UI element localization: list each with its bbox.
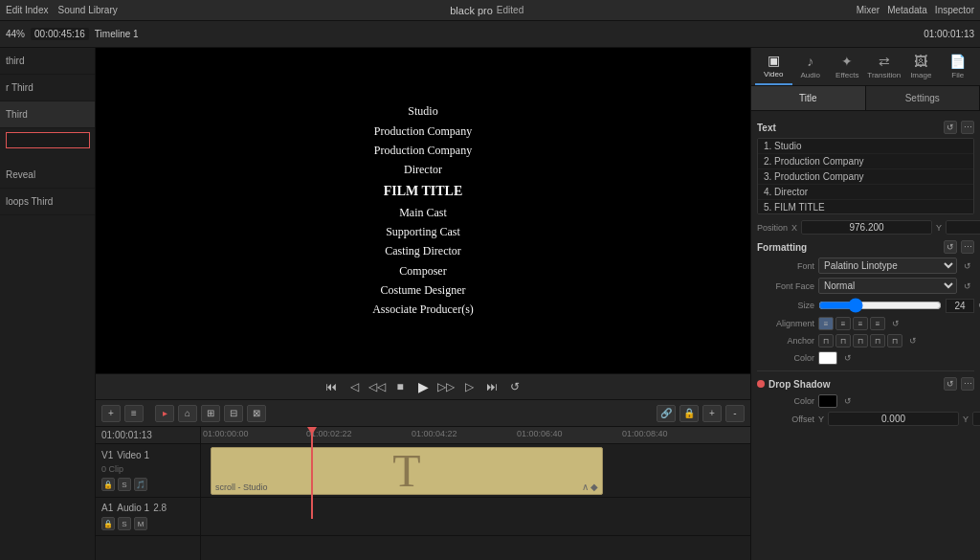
text-item-2[interactable]: 3. Production Company [758,169,973,185]
anchor-ml-icon[interactable]: ⊓ [870,334,885,347]
ds-x-input[interactable] [828,412,959,426]
color-swatch[interactable] [818,351,837,365]
go-to-end-btn[interactable]: ⏭ [483,378,501,395]
blade-tool-btn[interactable]: ⌂ [178,405,197,422]
text-item-1[interactable]: 2. Production Company [758,154,973,169]
font-face-reset-btn[interactable]: ↺ [961,280,974,293]
sidebar-loops-item[interactable]: loops Third [0,189,95,215]
v1-eye-btn[interactable]: S [118,478,131,491]
size-slider[interactable] [818,298,942,313]
loop-btn[interactable]: ↺ [506,378,523,395]
anchor-reset-btn[interactable]: ↺ [906,334,920,347]
zoom-in-btn[interactable]: + [702,405,722,422]
anchor-tc-icon[interactable]: ⊓ [835,334,851,347]
a1-m-btn[interactable]: M [134,517,147,530]
play-btn[interactable]: ▶ [414,378,432,395]
inspector-video-tab[interactable]: ▣ Video [755,49,792,85]
align-justify-icon[interactable]: ≡ [870,317,885,330]
text-expand-btn[interactable]: ⋯ [961,121,974,134]
prev-frame-btn[interactable]: ◁ [345,378,363,395]
anchor-tl-icon[interactable]: ⊓ [818,334,834,347]
credit-director: Director [372,160,474,179]
add-track-btn[interactable]: + [101,405,121,422]
a1-track-icons: 🔒 S M [101,517,194,530]
right-panel: ▣ Video ♪ Audio ✦ Effects ⇄ Transition 🖼… [750,48,980,560]
font-reset-btn[interactable]: ↺ [961,259,974,273]
clip-t-icon: T [392,448,420,494]
timecode-right: 01:00:01:13 [924,29,974,39]
edit-index-btn[interactable]: Edit Index [6,5,48,15]
text-item-4[interactable]: 5. FILM TITLE [758,200,973,214]
mixer-tab[interactable]: Mixer [857,5,880,15]
dynamic-trim-btn[interactable]: ⊟ [224,405,243,422]
stop-btn[interactable]: ■ [391,378,409,395]
settings-subtab[interactable]: Settings [866,86,981,110]
go-to-start-btn[interactable]: ⏮ [323,378,340,395]
inspector-tab[interactable]: Inspector [935,5,974,15]
select-tool-btn[interactable]: ▸ [155,405,174,422]
drop-shadow-active-dot[interactable] [757,380,765,388]
anchor-label: Anchor [757,336,814,346]
ds-reset-btn[interactable]: ↺ [944,377,957,391]
anchor-tr-icon[interactable]: ⊓ [853,334,868,347]
slip-tool-btn[interactable]: ⊠ [247,405,266,422]
a1-lock-btn[interactable]: 🔒 [101,517,115,530]
size-input[interactable] [946,299,974,313]
next-frame-btn[interactable]: ▷ [460,378,478,395]
ds-y-axis: Y [963,414,969,424]
alignment-reset-btn[interactable]: ↺ [889,317,902,330]
trim-tool-btn[interactable]: ⊞ [201,405,220,422]
transition-tab-label: Transition [867,71,901,79]
align-right-icon[interactable]: ≡ [853,317,868,330]
font-face-select[interactable]: Normal [818,278,957,294]
inspector-image-tab[interactable]: 🖼 Image [902,49,940,85]
snap-btn[interactable]: 🔒 [679,405,699,422]
zoom-out-btn[interactable]: - [725,405,745,422]
timecode-display[interactable]: 00:00:45:16 [31,28,89,40]
credit-prodco2: Production Company [372,141,474,160]
image-icon: 🖼 [914,54,927,69]
drop-shadow-controls: ↺ ⋯ [944,377,974,391]
ds-expand-btn[interactable]: ⋯ [961,377,974,391]
inspector-audio-tab[interactable]: ♪ Audio [792,49,830,85]
fast-fwd-btn[interactable]: ▷▷ [437,378,455,395]
metadata-tab[interactable]: Metadata [887,5,927,15]
color-reset-btn[interactable]: ↺ [841,351,855,365]
sidebar-item-1[interactable]: third [0,48,95,75]
track-options-btn[interactable]: ≡ [124,405,144,422]
sidebar-item-2[interactable]: r Third [0,75,95,101]
sidebar-search-input[interactable] [6,132,90,148]
zoom-level[interactable]: 44% [6,29,25,39]
formatting-reset-btn[interactable]: ↺ [944,240,957,254]
timeline-label[interactable]: Timeline 1 [95,29,139,39]
text-reset-btn[interactable]: ↺ [944,121,957,134]
align-center-icon[interactable]: ≡ [835,317,851,330]
position-x-input[interactable] [801,220,932,235]
text-item-0[interactable]: 1. Studio [758,139,973,154]
rewind-btn[interactable]: ◁◁ [368,378,386,395]
inspector-transition-tab[interactable]: ⇄ Transition [866,49,903,85]
anchor-row: Anchor ⊓ ⊓ ⊓ ⊓ ⊓ ↺ [757,334,974,347]
text-item-3[interactable]: 4. Director [758,185,973,200]
align-left-icon[interactable]: ≡ [818,317,834,330]
ds-color-reset-btn[interactable]: ↺ [841,394,855,408]
v1-lock-btn[interactable]: 🔒 [101,478,115,491]
formatting-expand-btn[interactable]: ⋯ [961,240,974,254]
sound-library-btn[interactable]: Sound Library [57,5,117,15]
inspector-file-tab[interactable]: 📄 File [940,49,977,85]
inspector-effects-tab[interactable]: ✦ Effects [829,49,866,85]
ds-color-swatch[interactable] [818,394,837,408]
link-btn[interactable]: 🔗 [657,405,676,422]
font-select[interactable]: Palatino Linotype [818,258,957,274]
ds-y-input[interactable] [972,412,980,426]
sidebar-item-3[interactable]: Third [0,101,95,128]
sidebar-reveal-item[interactable]: Reveal [0,162,95,189]
track-labels: 01:00:01:13 V1 Video 1 0 Clip 🔒 S 🎵 [96,427,201,560]
anchor-mc-icon[interactable]: ⊓ [887,334,902,347]
clip-block[interactable]: T scroll - Studio ∧ ◆ [211,447,603,495]
v1-audio-btn[interactable]: 🎵 [134,478,147,491]
drop-shadow-header: Drop Shadow ↺ ⋯ [757,377,974,391]
position-y-input[interactable] [946,220,980,235]
title-subtab[interactable]: Title [751,86,866,110]
a1-s-btn[interactable]: S [118,517,131,530]
